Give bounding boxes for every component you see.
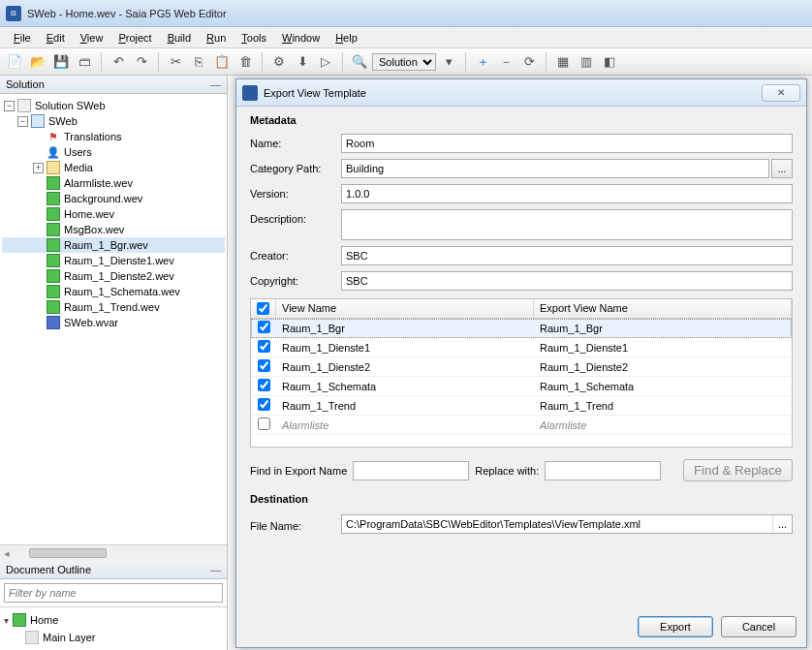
expand-icon[interactable]: + [33, 163, 44, 173]
table-row[interactable]: AlarmlisteAlarmliste [251, 416, 792, 435]
collapse-icon[interactable]: — [210, 564, 221, 575]
tree-label: Raum_1_Bgr.wev [64, 239, 148, 251]
find-replace-button[interactable]: Find & Replace [683, 459, 793, 481]
delete-icon[interactable]: 🗑 [234, 51, 256, 73]
search-icon[interactable]: 🔍 [349, 51, 370, 73]
find-label: Find in Export Name [250, 465, 347, 477]
outline-root[interactable]: ▾ Home [4, 611, 223, 629]
category-path-input[interactable] [341, 159, 769, 178]
find-input[interactable] [353, 461, 469, 480]
grid-icon[interactable]: ▦ [552, 51, 574, 73]
tree-file[interactable]: Background.wev [2, 191, 225, 206]
copy-icon[interactable]: ⎘ [188, 51, 209, 73]
menu-help[interactable]: Help [328, 30, 365, 46]
table-row[interactable]: Raum_1_TrendRaum_1_Trend [251, 396, 792, 416]
name-input[interactable] [341, 134, 793, 153]
tree-label: MsgBox.wev [64, 224, 124, 235]
view-checkbox[interactable] [258, 359, 270, 372]
menu-build[interactable]: Build [160, 30, 199, 46]
more-icon[interactable]: ◧ [599, 51, 620, 73]
redo-icon[interactable]: ↷ [131, 51, 152, 73]
col-view-name[interactable]: View Name [276, 299, 534, 318]
browse-category-button[interactable]: ... [771, 159, 793, 178]
outline-filter-input[interactable] [4, 583, 223, 603]
tree-users[interactable]: 👤 Users [2, 144, 225, 160]
view-checkbox[interactable] [258, 398, 270, 411]
add-icon[interactable]: ＋ [472, 51, 493, 73]
cancel-button[interactable]: Cancel [721, 616, 796, 637]
tree-label: Raum_1_Dienste1.wev [64, 255, 174, 266]
browse-file-button[interactable]: ... [772, 515, 792, 533]
version-input[interactable] [341, 184, 793, 203]
hscrollbar[interactable]: ◂ [0, 544, 227, 561]
replace-input[interactable] [545, 461, 661, 480]
config-select[interactable]: Solution [372, 53, 436, 71]
new-file-icon[interactable]: 📄 [4, 51, 25, 73]
wev-icon [47, 254, 60, 267]
outline-tree[interactable]: ▾ Home Main Layer [0, 607, 227, 650]
menu-window[interactable]: Window [274, 30, 328, 46]
solution-tree[interactable]: − Solution SWeb − SWeb ⚑ Translations 👤 … [0, 94, 227, 544]
undo-icon[interactable]: ↶ [108, 51, 129, 73]
view-name-cell: Raum_1_Bgr [276, 320, 534, 337]
tree-label: Media [64, 162, 93, 173]
tree-media[interactable]: + Media [2, 160, 225, 175]
tree-file[interactable]: Home.wev [2, 206, 225, 222]
file-name-input[interactable] [342, 515, 772, 533]
paste-icon[interactable]: 📋 [211, 51, 233, 73]
col-export-view-name[interactable]: Export View Name [534, 299, 792, 318]
tree-file[interactable]: SWeb.wvar [2, 315, 225, 330]
cut-icon[interactable]: ✂ [165, 51, 186, 73]
copyright-input[interactable] [341, 271, 793, 291]
save-icon[interactable]: 💾 [50, 51, 72, 73]
outline-panel-header: Document Outline — [0, 561, 227, 579]
tree-file[interactable]: Raum_1_Bgr.wev [2, 237, 225, 253]
creator-input[interactable] [341, 246, 793, 265]
tree-solution-root[interactable]: − Solution SWeb [2, 98, 225, 113]
refresh-icon[interactable]: ⟳ [518, 51, 540, 73]
dropdown-icon[interactable]: ▾ [438, 51, 459, 73]
select-all-checkbox[interactable] [257, 302, 269, 315]
tree-project[interactable]: − SWeb [2, 113, 225, 129]
dialog-titlebar[interactable]: Export View Template ✕ [236, 79, 806, 107]
export-button[interactable]: Export [638, 616, 713, 637]
outline-child[interactable]: Main Layer [4, 629, 223, 646]
table-row[interactable]: Raum_1_BgrRaum_1_Bgr [251, 319, 792, 338]
menu-view[interactable]: View [73, 30, 111, 46]
tree-file[interactable]: Raum_1_Trend.wev [2, 299, 225, 315]
view-checkbox[interactable] [258, 340, 270, 353]
tree-file[interactable]: Raum_1_Schemata.wev [2, 284, 225, 299]
menu-run[interactable]: Run [199, 30, 234, 46]
tree-file[interactable]: Alarmliste.wev [2, 175, 225, 191]
description-input[interactable] [341, 209, 793, 240]
table-row[interactable]: Raum_1_Dienste2Raum_1_Dienste2 [251, 357, 792, 377]
menu-project[interactable]: Project [110, 30, 159, 46]
menu-edit[interactable]: Edit [39, 30, 73, 46]
collapse-icon[interactable]: − [17, 116, 28, 127]
view-checkbox[interactable] [258, 418, 270, 430]
run-icon[interactable]: ▷ [315, 51, 336, 73]
menu-tools[interactable]: Tools [234, 30, 274, 46]
build-icon[interactable]: ⚙ [268, 51, 290, 73]
tree-translations[interactable]: ⚑ Translations [2, 129, 225, 144]
scroll-thumb[interactable] [29, 548, 107, 558]
download-icon[interactable]: ⬇ [292, 51, 313, 73]
views-table-body[interactable]: Raum_1_BgrRaum_1_BgrRaum_1_Dienste1Raum_… [251, 319, 792, 447]
save-all-icon[interactable]: 🗃 [74, 51, 95, 73]
tree-file[interactable]: Raum_1_Dienste1.wev [2, 253, 225, 268]
collapse-icon[interactable]: − [4, 101, 15, 111]
view-checkbox[interactable] [258, 321, 270, 333]
menu-file[interactable]: File [6, 30, 39, 46]
separator [342, 52, 343, 72]
collapse-icon[interactable]: ▾ [4, 615, 9, 626]
collapse-icon[interactable]: — [210, 78, 221, 90]
tree-file[interactable]: MsgBox.wev [2, 222, 225, 237]
view-checkbox[interactable] [258, 379, 270, 391]
tree-file[interactable]: Raum_1_Dienste2.wev [2, 268, 225, 284]
remove-icon[interactable]: － [495, 51, 516, 73]
layout-icon[interactable]: ▥ [576, 51, 597, 73]
table-row[interactable]: Raum_1_Dienste1Raum_1_Dienste1 [251, 338, 792, 357]
table-row[interactable]: Raum_1_SchemataRaum_1_Schemata [251, 377, 792, 396]
open-icon[interactable]: 📂 [27, 51, 48, 73]
close-button[interactable]: ✕ [762, 84, 800, 102]
